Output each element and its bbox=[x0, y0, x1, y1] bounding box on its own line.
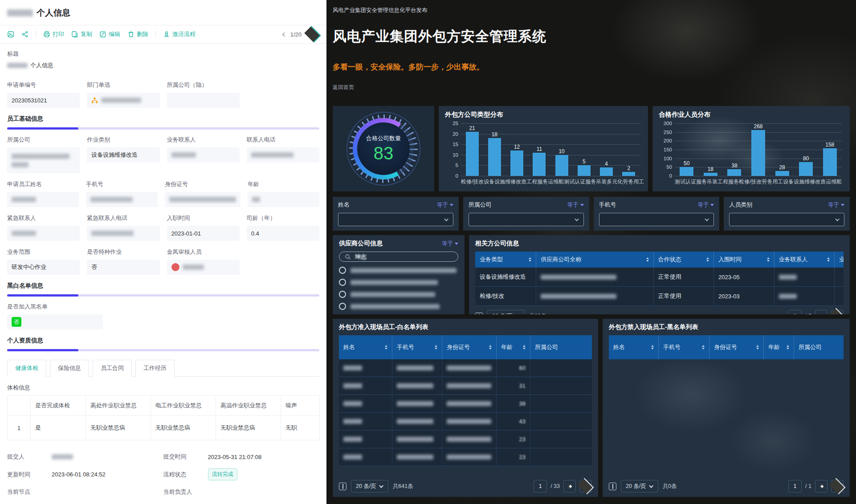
tab-1[interactable]: 保险信息 bbox=[50, 360, 89, 377]
copy-button[interactable]: 复制 bbox=[71, 30, 92, 38]
filter-select[interactable] bbox=[729, 213, 844, 226]
bar[interactable] bbox=[555, 155, 568, 176]
sort-icon[interactable] bbox=[519, 345, 526, 350]
bar-value-label: 21 bbox=[469, 125, 475, 131]
sort-icon[interactable] bbox=[648, 345, 654, 350]
activate-flow-label: 激活流程 bbox=[172, 30, 196, 38]
supplier-option-3[interactable] bbox=[339, 303, 458, 310]
tab-3[interactable]: 工作经历 bbox=[135, 360, 175, 377]
sort-icon[interactable] bbox=[381, 345, 387, 350]
filter-op-link[interactable]: 等于 bbox=[828, 201, 844, 209]
next-page-button[interactable] bbox=[831, 480, 844, 492]
bar[interactable] bbox=[680, 167, 693, 176]
share-button[interactable] bbox=[21, 31, 29, 38]
form-field: 部门单选 bbox=[87, 77, 159, 108]
blurred-text bbox=[251, 152, 293, 158]
edit-button[interactable]: 编辑 bbox=[99, 30, 120, 38]
cell-company bbox=[530, 377, 592, 394]
activate-flow-button[interactable]: 激活流程 bbox=[163, 30, 196, 38]
field-value-box bbox=[7, 147, 80, 173]
cell-business-type: 设备设施维修改造 bbox=[475, 268, 536, 286]
bar[interactable] bbox=[600, 167, 613, 176]
sort-icon[interactable] bbox=[431, 345, 437, 350]
current-page-box[interactable]: 1 bbox=[788, 480, 802, 492]
prev-page-button[interactable] bbox=[815, 480, 827, 492]
column-settings-icon[interactable] bbox=[609, 483, 616, 490]
sort-icon[interactable] bbox=[753, 345, 759, 350]
supplier-info-panel: 供应商公司信息 等于 坤志 bbox=[333, 235, 465, 314]
bar[interactable] bbox=[775, 171, 789, 176]
table-row[interactable]: 38 bbox=[339, 395, 592, 413]
radio-button[interactable] bbox=[339, 279, 346, 286]
bar[interactable] bbox=[578, 165, 591, 176]
bar[interactable] bbox=[823, 148, 837, 176]
current-page-box[interactable]: 1 bbox=[788, 310, 802, 314]
table-row[interactable]: 31 bbox=[339, 377, 592, 395]
table-row[interactable]: 23 bbox=[339, 431, 592, 448]
table-row[interactable]: 43 bbox=[339, 413, 592, 431]
tab-2[interactable]: 员工合同 bbox=[93, 360, 132, 377]
prev-page-button[interactable] bbox=[563, 480, 576, 492]
bar[interactable] bbox=[510, 150, 523, 176]
field-label: 年龄 bbox=[248, 180, 319, 188]
bar[interactable] bbox=[622, 172, 635, 176]
next-page-button[interactable] bbox=[579, 480, 592, 492]
table-row[interactable]: 23 bbox=[339, 448, 592, 466]
print-button[interactable]: 打印 bbox=[43, 30, 64, 38]
export-image-button[interactable] bbox=[7, 31, 14, 38]
tab-0[interactable]: 健康体检 bbox=[7, 360, 46, 377]
bar[interactable] bbox=[751, 130, 765, 176]
supplier-option-2[interactable] bbox=[339, 291, 458, 298]
prev-page-button[interactable] bbox=[815, 310, 827, 314]
supplier-op-link[interactable]: 等于 bbox=[442, 240, 458, 248]
bar[interactable] bbox=[727, 169, 741, 176]
column-settings-icon[interactable] bbox=[475, 313, 483, 315]
bar-value-label: 38 bbox=[731, 163, 737, 169]
page-size-select[interactable]: 20 条/页 bbox=[351, 480, 388, 492]
bar[interactable] bbox=[488, 138, 501, 176]
record-pager-label: 1/20 bbox=[290, 31, 302, 38]
sort-icon[interactable] bbox=[525, 257, 531, 262]
sort-icon[interactable] bbox=[703, 257, 709, 262]
supplier-option-1[interactable] bbox=[339, 279, 458, 286]
table-row[interactable]: 设备设施维修改造正常使用2023-05 bbox=[475, 268, 844, 287]
sort-icon[interactable] bbox=[485, 345, 492, 350]
sort-icon[interactable] bbox=[763, 257, 770, 262]
delete-button[interactable]: 删除 bbox=[127, 30, 148, 38]
filter-op-link[interactable]: 等于 bbox=[437, 201, 453, 209]
sort-icon[interactable] bbox=[783, 345, 789, 350]
bar[interactable] bbox=[466, 132, 479, 176]
sort-icon[interactable] bbox=[823, 257, 830, 262]
page-size-select[interactable]: 20 条/页 bbox=[621, 480, 658, 492]
radio-button[interactable] bbox=[339, 291, 346, 298]
filter-select[interactable] bbox=[599, 213, 714, 226]
bar[interactable] bbox=[704, 173, 717, 176]
table-row[interactable]: 60 bbox=[339, 359, 592, 377]
back-home-link[interactable]: 返回首页 bbox=[333, 84, 354, 91]
filter-select[interactable] bbox=[338, 213, 453, 226]
blurred-text bbox=[351, 268, 457, 273]
next-record-icon[interactable] bbox=[305, 26, 321, 43]
column-settings-icon[interactable] bbox=[339, 483, 346, 490]
bar[interactable] bbox=[799, 162, 813, 176]
sort-icon[interactable] bbox=[698, 345, 705, 350]
filter-op-link[interactable]: 等于 bbox=[697, 201, 714, 209]
radio-button[interactable] bbox=[339, 267, 346, 274]
filter-op-link[interactable]: 等于 bbox=[567, 201, 584, 209]
page-size-select[interactable]: 20 条/页 bbox=[487, 310, 525, 314]
bar[interactable] bbox=[533, 153, 546, 176]
table-row[interactable]: 检修/技改正常使用2023-03 bbox=[475, 287, 844, 306]
meta-item: 提交人 bbox=[7, 453, 163, 461]
form-field: 是否特种作业否 bbox=[87, 244, 159, 275]
filter-select[interactable] bbox=[469, 213, 584, 226]
next-page-button[interactable] bbox=[831, 310, 844, 314]
supplier-option-0[interactable] bbox=[339, 267, 458, 274]
radio-button[interactable] bbox=[339, 303, 346, 310]
current-page-box[interactable]: 1 bbox=[534, 480, 547, 492]
related-companies-table: 业务类型供应商公司全称合作状态入围时间业务联系人业务设备设施维修改造正常使用20… bbox=[475, 252, 844, 306]
cell-time: 2023-03 bbox=[714, 287, 774, 305]
sort-icon[interactable] bbox=[643, 257, 649, 262]
supplier-search-input[interactable]: 坤志 bbox=[339, 252, 458, 262]
total-count: 共641条 bbox=[393, 483, 413, 490]
prev-record-icon[interactable] bbox=[282, 32, 286, 37]
